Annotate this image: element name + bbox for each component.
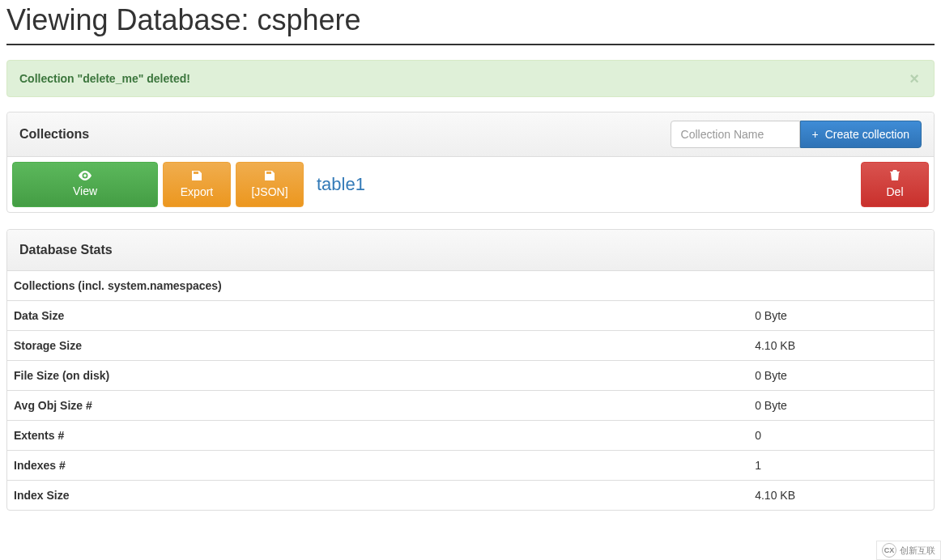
page-title: Viewing Database: csphere xyxy=(6,3,935,45)
view-button[interactable]: View xyxy=(12,162,158,207)
collection-name-cell: table1 xyxy=(309,162,856,207)
stats-row: Extents #0 xyxy=(7,421,934,451)
delete-button[interactable]: Del xyxy=(861,162,929,207)
plus-icon: + xyxy=(812,129,819,140)
stats-value: 0 Byte xyxy=(748,391,934,421)
collection-name-input[interactable] xyxy=(671,121,800,148)
stats-label: Data Size xyxy=(7,301,748,331)
stats-row: Data Size0 Byte xyxy=(7,301,934,331)
export-button-label: Export xyxy=(181,185,213,199)
watermark: CX 创新互联 xyxy=(876,541,941,543)
stats-label: File Size (on disk) xyxy=(7,361,748,391)
stats-row: Storage Size4.10 KB xyxy=(7,331,934,361)
alert-message: Collection "delete_me" deleted! xyxy=(19,72,190,85)
success-alert: Collection "delete_me" deleted! × xyxy=(6,60,935,97)
stats-label: Extents # xyxy=(7,421,748,451)
create-collection-button[interactable]: + Create collection xyxy=(800,121,922,148)
svg-point-0 xyxy=(83,174,86,176)
collections-heading-text: Collections xyxy=(19,127,671,142)
stats-row: Collections (incl. system.namespaces) xyxy=(7,271,934,301)
collections-panel-body: View Export [JSON] table1 xyxy=(7,157,934,212)
save-icon xyxy=(191,170,202,183)
create-collection-form: + Create collection xyxy=(671,121,922,148)
stats-value: 0 Byte xyxy=(748,361,934,391)
alert-close-button[interactable]: × xyxy=(905,69,924,89)
export-json-button[interactable]: [JSON] xyxy=(236,162,304,207)
create-collection-label: Create collection xyxy=(825,127,909,142)
stats-row: File Size (on disk)0 Byte xyxy=(7,361,934,391)
export-json-button-label: [JSON] xyxy=(251,185,287,199)
stats-panel: Database Stats Collections (incl. system… xyxy=(6,229,935,511)
stats-label: Avg Obj Size # xyxy=(7,391,748,421)
trash-icon xyxy=(890,170,900,183)
stats-label: Indexes # xyxy=(7,451,748,481)
stats-value: 0 Byte xyxy=(748,301,934,331)
stats-label: Storage Size xyxy=(7,331,748,361)
stats-value xyxy=(748,271,934,301)
collection-row: View Export [JSON] table1 xyxy=(12,162,929,207)
collection-name-link[interactable]: table1 xyxy=(317,174,365,195)
page-title-dbname: csphere xyxy=(258,3,361,36)
stats-row: Index Size4.10 KB xyxy=(7,481,934,511)
stats-label: Collections (incl. system.namespaces) xyxy=(7,271,748,301)
page-title-prefix: Viewing Database: xyxy=(6,3,258,36)
stats-value: 4.10 KB xyxy=(748,481,934,511)
stats-table: Collections (incl. system.namespaces)Dat… xyxy=(7,271,934,510)
stats-row: Indexes #1 xyxy=(7,451,934,481)
save-icon xyxy=(264,170,275,183)
collections-panel: Collections + Create collection View xyxy=(6,112,935,213)
stats-label: Index Size xyxy=(7,481,748,511)
collections-panel-heading: Collections + Create collection xyxy=(7,112,934,157)
stats-row: Avg Obj Size #0 Byte xyxy=(7,391,934,421)
stats-value: 4.10 KB xyxy=(748,331,934,361)
stats-value: 1 xyxy=(748,451,934,481)
delete-button-label: Del xyxy=(886,185,903,199)
stats-panel-heading: Database Stats xyxy=(7,230,934,271)
stats-heading-text: Database Stats xyxy=(19,243,922,257)
eye-icon xyxy=(78,171,92,182)
view-button-label: View xyxy=(73,184,97,198)
stats-value: 0 xyxy=(748,421,934,451)
export-button[interactable]: Export xyxy=(163,162,231,207)
